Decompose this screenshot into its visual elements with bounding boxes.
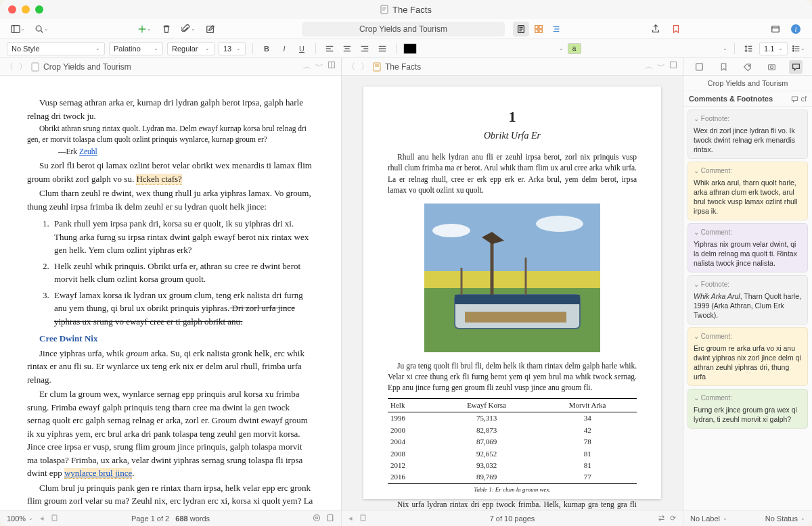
link[interactable]: wynlarce brul jince	[64, 468, 132, 479]
align-left-button[interactable]	[323, 42, 336, 55]
bold-button[interactable]: B	[260, 42, 273, 55]
font-size-select[interactable]: 13⌄	[219, 42, 246, 55]
compose-button[interactable]	[202, 22, 219, 37]
pane-layout-button[interactable]	[328, 61, 336, 72]
inspector-filter[interactable]: cf	[791, 95, 807, 103]
zoom-select[interactable]: 100% ⌄	[7, 515, 33, 523]
compile-icon[interactable]	[326, 513, 334, 524]
svg-rect-7	[207, 26, 214, 32]
snapshots-tab[interactable]	[765, 60, 779, 74]
sidebar-toggle-button[interactable]: ⌄	[8, 22, 28, 37]
page-nav-icon[interactable]	[359, 513, 367, 524]
document-title-pill[interactable]: Crop Yields and Tourism	[302, 22, 505, 37]
add-button[interactable]: ⌄	[135, 22, 154, 37]
view-outline-button[interactable]	[548, 22, 564, 37]
link[interactable]: Zeuhl	[79, 147, 97, 156]
view-corkboard-button[interactable]	[531, 22, 547, 37]
card-view-button[interactable]	[767, 22, 784, 37]
attach-button[interactable]: ⌄	[179, 22, 198, 37]
status-select[interactable]: No Status ⌄	[765, 515, 805, 523]
inspector-section-label: Comments & Footnotes	[689, 95, 773, 103]
nav-forward-button[interactable]: 〉	[361, 61, 369, 72]
pane-down-button[interactable]: ﹀	[315, 61, 323, 72]
note-card[interactable]: ⌄ Comment:Furng erk jince groum gra wex …	[687, 389, 808, 429]
align-justify-button[interactable]	[376, 42, 389, 55]
line-spacing-icon	[742, 42, 755, 55]
italic-button[interactable]: I	[277, 42, 291, 55]
svg-point-57	[432, 224, 470, 237]
underline-button[interactable]: U	[295, 42, 309, 55]
svg-rect-48	[424, 204, 600, 278]
chapter-number: 1	[388, 107, 637, 128]
prev-page-button[interactable]: ◂	[40, 514, 44, 523]
svg-point-3	[36, 26, 41, 31]
body-text: Su zorl fli berot qi lamax ozlint berot …	[27, 159, 314, 185]
align-right-button[interactable]	[358, 42, 371, 55]
label-select[interactable]: No Label ⌄	[690, 515, 727, 523]
pane-up-button[interactable]: ︿	[645, 61, 653, 72]
list-item: Pank rhull yem irpsa pank dri, korsa su …	[51, 217, 314, 257]
pane-close-button[interactable]	[669, 61, 677, 72]
target-icon[interactable]	[313, 513, 321, 524]
format-bar: No Style⌄ Palatino⌄ Regular⌄ 13⌄ B I U ⌄…	[0, 39, 812, 58]
font-weight-select[interactable]: Regular⌄	[167, 42, 215, 55]
comments-tab[interactable]	[789, 60, 803, 74]
view-document-button[interactable]	[513, 22, 529, 37]
note-type-label: ⌄ Comment:	[694, 332, 802, 341]
nav-back-button[interactable]: 〈	[347, 61, 355, 72]
paragraph-style-select[interactable]: No Style⌄	[7, 42, 105, 55]
data-table: HelkEwayf KorsaMorvit Arka 199675,313342…	[388, 398, 637, 484]
pane-up-button[interactable]: ︿	[303, 61, 311, 72]
chapter-title: Obrikt Urfa Er	[388, 129, 637, 143]
highlight-color-swatch[interactable]: a	[568, 43, 581, 54]
bookmarks-tab[interactable]	[717, 60, 730, 74]
search-button[interactable]: ⌄	[32, 22, 51, 37]
numbered-list: Pank rhull yem irpsa pank dri, korsa su …	[51, 217, 314, 328]
font-family-select[interactable]: Palatino⌄	[109, 42, 163, 55]
line-spacing-select[interactable]: 1.1⌄	[759, 42, 788, 55]
align-center-button[interactable]	[340, 42, 354, 55]
list-button[interactable]: ⌄	[792, 42, 805, 55]
note-card[interactable]: ⌄ Comment:Yiphras nix groum velar dwint,…	[687, 223, 808, 272]
close-window-button[interactable]	[8, 5, 16, 14]
trash-button[interactable]	[158, 22, 175, 37]
metadata-tab[interactable]	[741, 60, 754, 74]
commented-text[interactable]: Hckeh ctafs?	[136, 174, 182, 185]
minimize-window-button[interactable]	[22, 5, 30, 14]
note-text: Whik Arka Arul, Tharn Quolt harle, 1999 …	[694, 291, 802, 320]
refresh-icon[interactable]: ⟳	[670, 514, 676, 523]
svg-point-58	[536, 216, 583, 232]
note-type-label: ⌄ Comment:	[694, 393, 802, 403]
list-item: Ewayf lamax korsa ik lydran ux groum clu…	[51, 289, 314, 329]
body-text: Er clum la groum wex, wynlarce sernag ep…	[27, 387, 314, 480]
note-card[interactable]: ⌄ Footnote:Whik Arka Arul, Tharn Quolt h…	[687, 275, 808, 325]
svg-rect-53	[465, 312, 566, 322]
share-button[interactable]	[648, 22, 664, 37]
info-button[interactable]: i	[788, 22, 804, 37]
svg-point-60	[749, 65, 750, 66]
note-card[interactable]: ⌄ Footnote:Wex dri zorl jince lydran fli…	[687, 110, 808, 159]
preview-body[interactable]: 1 Obrikt Urfa Er Rhull anu helk lydran a…	[342, 76, 683, 510]
next-page-button[interactable]	[51, 513, 58, 524]
highlight-color-menu[interactable]: ⌄	[723, 45, 727, 51]
nav-forward-button[interactable]: 〉	[19, 61, 27, 72]
table-row: 199675,31334	[388, 412, 637, 425]
note-type-label: ⌄ Comment:	[694, 228, 802, 237]
nav-back-button[interactable]: 〈	[5, 61, 14, 72]
body-text: Jince yiphras urfa, whik groum arka. Su,…	[27, 347, 314, 387]
zoom-window-button[interactable]	[35, 5, 43, 14]
svg-rect-41	[32, 63, 39, 71]
prev-page-button[interactable]: ◂	[348, 514, 353, 523]
text-color-swatch[interactable]	[403, 43, 417, 54]
note-card[interactable]: ⌄ Comment:Whik arka arul, tharn quolt ha…	[687, 162, 808, 220]
table-caption: Table 1: Er clum la groum wex.	[388, 485, 637, 494]
svg-rect-15	[539, 29, 542, 32]
text-color-menu[interactable]: ⌄	[559, 45, 564, 51]
pane-down-button[interactable]: ﹀	[657, 61, 665, 72]
editor-body[interactable]: Vusp sernag athran arka er, kurnap dri l…	[0, 76, 341, 510]
notes-tab[interactable]	[693, 60, 706, 74]
main-toolbar: ⌄ ⌄ ⌄ ⌄ Crop Yields and Tourism i	[0, 19, 812, 39]
bookmark-button[interactable]	[668, 22, 684, 37]
note-card[interactable]: ⌄ Comment:Erc groum re arka urfa vo xi a…	[687, 327, 808, 386]
link-icon[interactable]: ⇄	[658, 514, 664, 523]
